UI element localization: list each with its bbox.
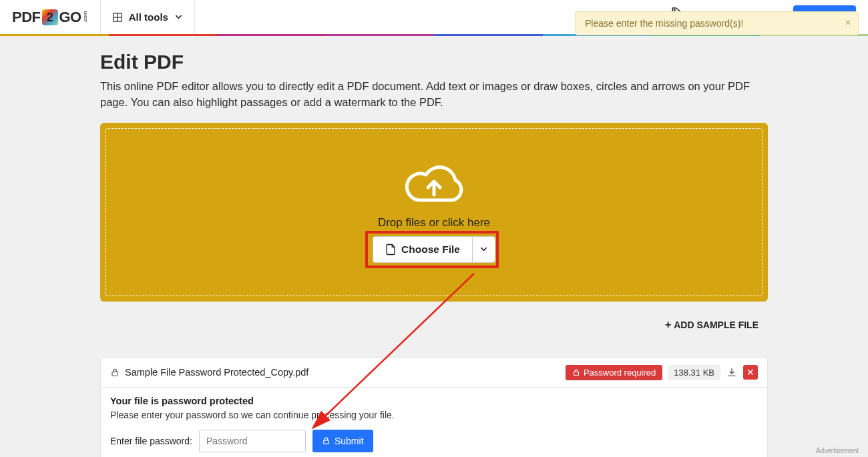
choose-file-button[interactable]: Choose File [373, 237, 472, 262]
password-protected-subtitle: Please enter your password so we can con… [110, 410, 758, 420]
file-size: 138.31 KB [668, 365, 720, 380]
logo-two: 2 [42, 9, 58, 25]
logo-pdf: PDF [12, 9, 41, 26]
logo-com: .com [82, 11, 88, 23]
delete-button[interactable]: ✕ [743, 365, 758, 380]
dropzone-text: Drop files or click here [378, 216, 490, 230]
page-title: Edit PDF [100, 51, 768, 73]
file-body: Your file is password protected Please e… [101, 388, 767, 457]
lock-icon [110, 368, 120, 377]
cloud-upload-icon [401, 161, 467, 209]
file-card: Sample File Password Protected_Copy.pdf … [100, 358, 768, 457]
choose-file-button-group: Choose File [373, 236, 495, 263]
add-sample-label: ADD SAMPLE FILE [674, 320, 758, 330]
file-name-wrap: Sample File Password Protected_Copy.pdf [110, 367, 308, 378]
add-sample-button[interactable]: + ADD SAMPLE FILE [656, 312, 768, 338]
password-row: Enter file password: Submit [110, 430, 758, 452]
submit-label: Submit [335, 436, 364, 446]
lock-icon [572, 368, 580, 376]
password-label: Enter file password: [110, 436, 192, 446]
page-subtitle: This online PDF editor allows you to dir… [100, 79, 768, 111]
grid-icon [113, 13, 122, 22]
add-sample-row: + ADD SAMPLE FILE [100, 312, 768, 338]
chevron-down-icon [480, 246, 487, 253]
plus-icon: + [665, 319, 671, 331]
divider [194, 0, 195, 34]
logo-go: GO [59, 9, 81, 26]
file-header-row: Sample File Password Protected_Copy.pdf … [101, 358, 767, 388]
dropzone-inner: Drop files or click here Choose File [105, 128, 763, 296]
password-input[interactable] [199, 430, 306, 452]
toast-close-button[interactable]: ✕ [845, 18, 851, 27]
toast-warning: Please enter the missing password(s)! ✕ [575, 11, 859, 35]
advertisement-label: Advertisement [816, 447, 859, 454]
file-right: Password required 138.31 KB ✕ [566, 365, 758, 380]
close-icon: ✕ [746, 367, 754, 378]
logo[interactable]: PDF 2 GO .com [12, 9, 88, 26]
svg-rect-8 [574, 372, 578, 376]
submit-button[interactable]: Submit [312, 430, 373, 452]
svg-rect-9 [324, 440, 329, 444]
password-required-label: Password required [584, 368, 656, 378]
svg-rect-7 [112, 372, 118, 376]
main-content: Edit PDF This online PDF editor allows y… [100, 51, 768, 457]
choose-file-label: Choose File [401, 244, 460, 256]
lock-icon [322, 436, 331, 445]
download-icon [726, 367, 737, 378]
all-tools-label: All tools [129, 11, 168, 23]
svg-point-3 [674, 9, 675, 11]
toast-message: Please enter the missing password(s)! [585, 18, 743, 29]
download-button[interactable] [726, 366, 738, 378]
file-plus-icon [385, 244, 396, 256]
divider [100, 0, 101, 34]
all-tools-menu[interactable]: All tools [113, 11, 182, 23]
password-required-badge: Password required [566, 365, 662, 380]
file-name: Sample File Password Protected_Copy.pdf [125, 367, 308, 378]
chevron-down-icon [175, 13, 182, 21]
choose-file-dropdown[interactable] [472, 237, 495, 262]
password-protected-title: Your file is password protected [110, 396, 758, 406]
dropzone[interactable]: Drop files or click here Choose File [100, 123, 768, 302]
